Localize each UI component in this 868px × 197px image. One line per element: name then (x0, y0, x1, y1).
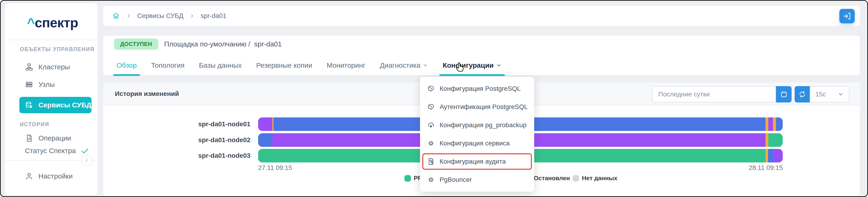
status-badge: ДОСТУПЕН (114, 38, 158, 50)
tab-topology[interactable]: Топология (151, 61, 185, 75)
timeline-segment-orange (766, 133, 768, 147)
node-label: spr-da01-node03 (103, 149, 250, 163)
mouse-cursor-hand-icon (454, 60, 466, 73)
breadcrumb-service-name: spr-da01 (200, 12, 226, 20)
timeline-segment-green (768, 133, 783, 147)
node-label: spr-da01-node02 (103, 133, 250, 147)
sidebar-section-objects: ОБЪЕКТЫ УПРАВЛЕНИЯ (20, 46, 94, 53)
sidebar-item-label: Операции (38, 134, 71, 142)
menu-item-pg-probackup-config[interactable]: Конфигурация pg_probackup (420, 116, 534, 134)
chevron-down-icon (423, 62, 428, 68)
node-label: spr-da01-node01 (103, 117, 250, 131)
configurations-dropdown-menu: Конфигурация PostgreSQL Аутентификация P… (420, 77, 534, 192)
db-service-icon (25, 101, 33, 109)
timeline-segment-purple (768, 117, 773, 131)
clusters-icon (25, 63, 33, 71)
cloud-gear-icon (427, 121, 435, 129)
tab-databases[interactable]: Базы данных (199, 61, 242, 75)
tab-configurations[interactable]: Конфигурации (443, 61, 501, 75)
sidebar-item-clusters[interactable]: Кластеры (19, 59, 92, 75)
app-logo: ^спектр (27, 15, 78, 30)
menu-item-postgresql-auth[interactable]: Аутентификация PostgreSQL (420, 98, 534, 116)
refresh-button[interactable] (795, 86, 810, 103)
calendar-button[interactable] (776, 86, 792, 103)
menu-item-postgresql-config[interactable]: Конфигурация PostgreSQL (420, 80, 534, 98)
logout-button[interactable] (839, 9, 855, 23)
legend-swatch (404, 175, 411, 181)
sidebar-item-settings[interactable]: Настройки (19, 168, 92, 185)
legend-swatch (572, 175, 579, 181)
app-window: ^спектр ОБЪЕКТЫ УПРАВЛЕНИЯ Кластеры Узлы… (0, 0, 868, 197)
breadcrumb-db-services[interactable]: Сервисы СУБД (137, 12, 183, 20)
breadcrumb-bar: Сервисы СУБД spr-da01 (103, 6, 860, 26)
sidebar-collapse-button[interactable] (81, 155, 92, 166)
sidebar-item-label: Настройки (38, 172, 73, 180)
legend-item-no-data: Нет данных (572, 175, 617, 182)
timeline-segment-purple (258, 117, 272, 131)
sidebar-section-history: ИСТОРИЯ (20, 121, 49, 128)
timeline-segment-blue (776, 117, 783, 131)
gear-icon (427, 139, 435, 147)
time-range-select[interactable]: Последние сутки (652, 86, 776, 103)
timeline-segment-orange (766, 149, 768, 163)
timeline-segment-purple (773, 149, 783, 163)
postgresql-icon (427, 85, 435, 93)
menu-item-pgbouncer[interactable]: PgBouncer (420, 171, 534, 189)
gear-icon (427, 176, 435, 184)
timeline-segment-blue (768, 149, 773, 163)
refresh-interval-select[interactable]: 15с (810, 86, 849, 103)
service-header-card: ДОСТУПЕН Площадка по-умолчанию / spr-da0… (103, 36, 860, 76)
nodes-icon (25, 80, 33, 89)
audit-doc-icon (427, 158, 435, 166)
check-icon (81, 146, 89, 155)
sidebar-item-nodes[interactable]: Узлы (19, 76, 92, 93)
postgresql-icon (427, 103, 435, 111)
sidebar-item-label: Кластеры (38, 63, 70, 71)
timeline-segment-orange (773, 117, 776, 131)
axis-start-label: 27.11 09:15 (258, 164, 292, 172)
chevron-right-icon (126, 13, 131, 19)
sidebar-item-db-services[interactable]: Сервисы СУБД (19, 97, 92, 113)
logo-caret-icon: ^ (27, 15, 35, 30)
sidebar: ^спектр ОБЪЕКТЫ УПРАВЛЕНИЯ Кластеры Узлы… (5, 3, 98, 195)
chevron-down-icon (496, 62, 501, 68)
calendar-icon (780, 90, 788, 98)
service-status-row: ДОСТУПЕН Площадка по-умолчанию / spr-da0… (114, 38, 282, 50)
chevron-right-icon (189, 13, 194, 19)
user-icon (25, 172, 33, 180)
home-icon[interactable] (112, 12, 120, 20)
service-title: Площадка по-умолчанию / spr-da01 (164, 40, 282, 48)
axis-end-label: 28.11 09:15 (749, 164, 783, 172)
tab-monitoring[interactable]: Мониторинг (327, 61, 365, 75)
tab-overview[interactable]: Обзор (117, 61, 137, 75)
divider (5, 40, 98, 40)
logout-icon (843, 12, 851, 20)
chevron-down-icon (838, 91, 844, 97)
sidebar-item-label: Узлы (38, 81, 55, 88)
sidebar-item-label: Сервисы СУБД (38, 101, 91, 109)
menu-item-audit-config[interactable]: Конфигурация аудита (422, 153, 532, 170)
spectra-status-label: Статус Спектра (25, 147, 76, 155)
sidebar-item-operations[interactable]: Операции (19, 130, 92, 146)
refresh-icon (798, 90, 806, 98)
timeline-segment-blue (258, 133, 272, 147)
tab-diagnostics[interactable]: Диагностика (380, 61, 428, 75)
menu-item-service-config[interactable]: Конфигурация сервиса (420, 134, 534, 152)
panel-title: История изменений (115, 82, 179, 105)
timeline-segment-orange (766, 117, 768, 131)
chevron-left-icon (84, 158, 89, 163)
legend-item-primary: PR (404, 175, 422, 182)
document-icon (25, 134, 33, 142)
service-tabs: Обзор Топология Базы данных Резервные ко… (117, 61, 501, 75)
tab-backups[interactable]: Резервные копии (256, 61, 312, 75)
spectra-status-row[interactable]: Статус Спектра (25, 146, 89, 155)
refresh-interval-value: 15с (815, 90, 826, 98)
